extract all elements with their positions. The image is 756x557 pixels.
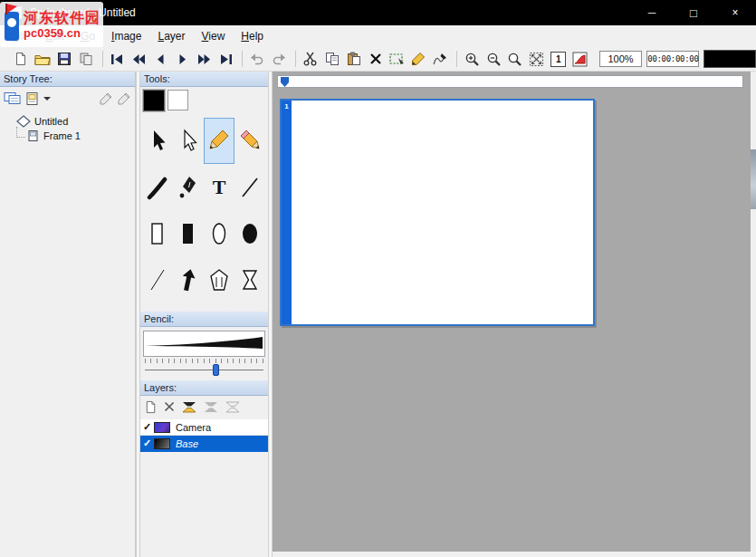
menu-bar: File Edit Go Image Layer View Help: [0, 25, 756, 47]
pencil-size-slider[interactable]: [145, 363, 263, 377]
redo-arrow-icon: [272, 52, 286, 66]
cut-button[interactable]: [301, 49, 321, 69]
tool-eraser-pencil[interactable]: [234, 118, 265, 164]
layer-visibility-check[interactable]: ✓: [140, 437, 154, 449]
stroke-taper-icon: [144, 333, 264, 355]
tool-rectangle[interactable]: [142, 210, 173, 256]
layer-row-base[interactable]: ✓ Base: [140, 436, 268, 452]
export-button[interactable]: [76, 49, 96, 69]
merge-layer-button[interactable]: [181, 400, 197, 414]
tool-guide[interactable]: [204, 256, 234, 303]
canvas-frame[interactable]: 1: [280, 99, 595, 326]
canvas-area[interactable]: 1: [273, 72, 756, 557]
tool-direct-select[interactable]: [173, 118, 204, 164]
tool-ellipse[interactable]: [204, 210, 234, 256]
tool-grid: T: [142, 118, 268, 303]
brush-icon: [147, 175, 168, 200]
spline-pen-button[interactable]: [430, 49, 450, 69]
tool-pencil[interactable]: [204, 118, 234, 164]
close-button[interactable]: ×: [714, 0, 756, 25]
tool-ink-pen[interactable]: [173, 164, 204, 210]
new-layer-button[interactable]: [144, 400, 158, 414]
frame-scrollbar[interactable]: [277, 75, 743, 88]
single-frame-view-button[interactable]: 1: [549, 49, 569, 69]
merge-down-button[interactable]: [203, 400, 219, 414]
layer-thumbnail: [154, 438, 170, 449]
delete-button[interactable]: [366, 49, 386, 69]
save-floppy-icon: [57, 52, 72, 66]
merge-layers-icon: [181, 400, 197, 414]
ellipse-filled-icon: [239, 221, 261, 246]
slider-thumb[interactable]: [213, 364, 219, 376]
zoom-fit-button[interactable]: [527, 49, 547, 69]
tree-item-frame1[interactable]: Frame 1: [0, 129, 135, 143]
window-controls: ─ □ ×: [631, 0, 756, 25]
undo-button[interactable]: [247, 49, 267, 69]
tree-item-label: Frame 1: [43, 130, 81, 141]
tool-distort[interactable]: [234, 256, 265, 303]
new-button[interactable]: [11, 49, 31, 69]
tool-brush[interactable]: [142, 164, 173, 210]
tool-arrow[interactable]: [173, 256, 204, 303]
go-forward-button[interactable]: [194, 49, 214, 69]
export-pages-icon: [79, 52, 93, 66]
background-color-swatch[interactable]: [167, 90, 188, 110]
zoom-in-button[interactable]: [462, 49, 482, 69]
red-curve-icon: [572, 52, 588, 67]
maximize-button[interactable]: □: [673, 0, 714, 25]
minimize-button[interactable]: ─: [631, 0, 673, 25]
zoom-tool-button[interactable]: [505, 49, 525, 69]
pen-tool-button-1[interactable]: [99, 91, 113, 106]
annotate-pencil-button[interactable]: [408, 49, 428, 69]
zoom-out-button[interactable]: [483, 49, 503, 69]
small-pencil-icon: [411, 52, 426, 66]
menu-view[interactable]: View: [194, 26, 234, 46]
add-frame-dropdown-button[interactable]: [43, 93, 51, 104]
redo-button[interactable]: [269, 49, 289, 69]
select-region-button[interactable]: [388, 49, 407, 69]
frame-number-tab: 1: [282, 101, 292, 324]
save-button[interactable]: [54, 49, 74, 69]
tool-polyline[interactable]: [142, 256, 173, 303]
site-watermark: 河东软件园 pc0359.cn: [0, 2, 103, 47]
tool-line[interactable]: [234, 164, 265, 210]
previous-frame-icon: [154, 53, 167, 65]
timing-curve-button[interactable]: [570, 49, 590, 69]
watermark-text: 河东软件园 pc0359.cn: [24, 9, 100, 41]
story-tree-toolbar: [0, 87, 135, 110]
go-last-button[interactable]: [215, 49, 235, 69]
flatten-button[interactable]: [225, 400, 241, 414]
menu-layer[interactable]: Layer: [149, 26, 193, 46]
rectangle-filled-icon: [177, 221, 199, 246]
color-display[interactable]: [703, 50, 756, 68]
tools-header: Tools:: [140, 72, 268, 87]
layer-list: ✓ Camera ✓ Base: [140, 419, 268, 452]
main-region: Story Tree: Untitled Frame 1: [0, 72, 756, 557]
menu-help[interactable]: Help: [233, 26, 272, 46]
tool-filled-rectangle[interactable]: [173, 210, 204, 256]
frame-scrollbar-thumb[interactable]: [281, 77, 289, 87]
frame-page-icon: [27, 130, 40, 142]
add-scene-button[interactable]: [4, 91, 22, 106]
layer-row-camera[interactable]: ✓ Camera: [140, 419, 268, 436]
go-previous-button[interactable]: [150, 49, 170, 69]
go-first-button[interactable]: [108, 49, 128, 69]
layer-visibility-check[interactable]: ✓: [140, 421, 154, 433]
zoom-level-display[interactable]: 100%: [599, 51, 643, 67]
layers-header: Layers:: [140, 380, 268, 396]
menu-image[interactable]: Image: [103, 26, 149, 46]
pen-tool-button-2[interactable]: [117, 91, 131, 106]
tool-select[interactable]: [142, 118, 173, 164]
copy-button[interactable]: [322, 49, 342, 69]
watermark-site-url: pc0359.cn: [24, 26, 100, 41]
go-next-button[interactable]: [172, 49, 192, 69]
delete-layer-button[interactable]: [163, 400, 176, 413]
add-frame-button[interactable]: [25, 91, 40, 106]
go-rewind-button[interactable]: [129, 49, 149, 69]
tool-filled-ellipse[interactable]: [234, 210, 265, 256]
fit-window-icon: [529, 52, 544, 67]
open-button[interactable]: [33, 49, 53, 69]
paste-button[interactable]: [344, 49, 364, 69]
tool-text[interactable]: T: [204, 164, 234, 210]
foreground-color-swatch[interactable]: [143, 90, 165, 111]
